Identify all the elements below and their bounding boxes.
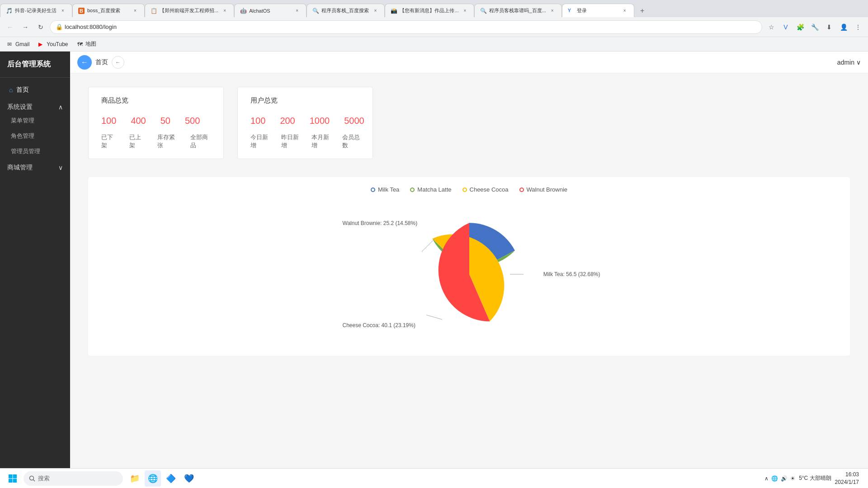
tab-favicon-douyin: 🎵 [6, 8, 12, 14]
tab-close-photo[interactable]: × [461, 7, 468, 14]
profile-icon[interactable]: 👤 [837, 21, 850, 33]
product-label-1: 已上架 [129, 133, 145, 150]
tab-favicon-cxy2: 🔍 [480, 8, 486, 14]
bookmark-star-icon[interactable]: ☆ [765, 21, 778, 33]
tab-alchat[interactable]: 🤖 AlchatOS × [234, 4, 307, 17]
users-card-title: 用户总览 [250, 96, 360, 105]
tab-cxy2[interactable]: 🔍 程序员客栈靠谱吗_百度... × [474, 4, 561, 17]
tab-close-boss[interactable]: × [132, 7, 139, 14]
home-icon: ⌂ [9, 86, 13, 94]
system-settings-label: 系统设置 [7, 103, 33, 111]
tab-photo[interactable]: 📸 【您有新消息】作品上传... × [385, 4, 474, 17]
tab-favicon-cxy1: 🔍 [312, 8, 319, 14]
main-content: ← 首页 ← admin ∨ 商品总览 100 400 50 500 [70, 52, 868, 488]
product-label-3: 全部商品 [190, 133, 211, 150]
tab-close-cxy1[interactable]: × [372, 7, 379, 14]
milk-tea-legend-label: Milk Tea [378, 186, 399, 193]
sidebar-item-role[interactable]: 角色管理 [0, 128, 70, 144]
menu-mgmt-label: 菜单管理 [11, 117, 34, 124]
start-button[interactable] [4, 469, 22, 488]
legend-matcha-latte[interactable]: Matcha Latte [410, 186, 451, 193]
viridian-icon[interactable]: V [779, 21, 792, 33]
reload-button[interactable]: ↻ [34, 21, 47, 33]
new-tab-button[interactable]: + [636, 5, 649, 17]
legend-milk-tea[interactable]: Milk Tea [371, 186, 399, 193]
extension2-icon[interactable]: 🔧 [808, 21, 821, 33]
tab-favicon-alchat: 🤖 [240, 8, 246, 14]
svg-point-7 [30, 476, 34, 480]
tab-cxy1[interactable]: 🔍 程序员客栈_百度搜索 × [307, 4, 385, 17]
page-content: 商品总览 100 400 50 500 已下架 已上架 库存紧张 全部商品 [70, 73, 868, 378]
youtube-favicon-icon: ▶ [38, 41, 45, 47]
sidebar-item-admin[interactable]: 管理员管理 [0, 144, 70, 159]
tab-close-login[interactable]: × [621, 7, 628, 14]
sidebar-item-menu[interactable]: 菜单管理 [0, 113, 70, 128]
taskbar-pinned-apps: 📁 🌐 🔷 💙 [127, 470, 197, 487]
sidebar-section-system[interactable]: 系统设置 ∧ [0, 99, 70, 113]
svg-rect-6 [13, 479, 17, 483]
user-value-0: 100 [250, 116, 265, 126]
taskbar-app-edge[interactable]: 🔷 [163, 470, 179, 487]
tab-close-zhengzhou[interactable]: × [221, 7, 228, 14]
taskbar-app-vscode[interactable]: 💙 [181, 470, 197, 487]
user-menu[interactable]: admin ∨ [837, 59, 861, 66]
tab-close-cxy2[interactable]: × [549, 7, 556, 14]
extension1-icon[interactable]: 🧩 [794, 21, 807, 33]
taskbar: 搜索 📁 🌐 🔷 💙 ∧ 🌐 🔊 ☀ 5°C 大部晴朗 16:03 2024/1… [0, 468, 868, 488]
bookmark-youtube[interactable]: ▶ YouTube [35, 40, 71, 48]
bookmark-gmail[interactable]: ✉ Gmail [4, 40, 33, 48]
svg-rect-5 [9, 479, 13, 483]
tray-chevron-icon[interactable]: ∧ [764, 475, 769, 482]
tab-favicon-boss: B [78, 8, 85, 14]
legend-walnut-brownie[interactable]: Walnut Brownie [519, 186, 568, 193]
taskbar-search-text: 搜索 [38, 474, 50, 483]
legend-cheese-cocoa[interactable]: Cheese Cocoa [462, 186, 509, 193]
tab-douyin[interactable]: 🎵 抖音-记录美好生活 × [0, 4, 72, 17]
chevron-up-icon: ∧ [58, 103, 63, 111]
network-icon: 🌐 [771, 475, 778, 482]
product-value-0: 100 [101, 116, 116, 126]
downloads-icon[interactable]: ⬇ [823, 21, 835, 33]
tab-title-photo: 【您有新消息】作品上传... [400, 7, 458, 14]
time-display: 16:03 [835, 471, 859, 479]
sidebar-section-shop[interactable]: 商城管理 ∨ [0, 159, 70, 174]
users-card: 用户总览 100 200 1000 5000 今日新增 昨日新增 本月新增 会员… [237, 87, 373, 159]
url-text: localhost:8080/login [65, 23, 117, 30]
breadcrumb: 首页 [95, 58, 108, 66]
weather-info: 5°C 大部晴朗 [799, 474, 831, 482]
taskbar-app-browser[interactable]: 🌐 [145, 470, 161, 487]
browser-tabs: 🎵 抖音-记录美好生活 × B boss_百度搜索 × 📋 【郑州前端开发工程师… [0, 0, 868, 17]
taskbar-search-box[interactable]: 搜索 [24, 471, 123, 486]
shop-mgmt-label: 商城管理 [7, 164, 33, 172]
tab-boss[interactable]: B boss_百度搜索 × [72, 4, 145, 17]
tab-favicon-zhengzhou: 📋 [151, 8, 157, 14]
milk-tea-legend-dot [371, 188, 375, 192]
admin-mgmt-label: 管理员管理 [11, 148, 40, 155]
nav-forward-button[interactable]: ← [77, 55, 92, 70]
tab-close-douyin[interactable]: × [59, 7, 66, 14]
sidebar: 后台管理系统 ⌂ 首页 系统设置 ∧ 菜单管理 角色管理 管理员管理 商城管理 … [0, 52, 70, 488]
products-numbers: 100 400 50 500 [101, 116, 211, 126]
user-label-3: 会员总数 [342, 133, 360, 150]
tab-close-alchat[interactable]: × [293, 7, 301, 14]
search-icon [29, 475, 35, 482]
products-labels: 已下架 已上架 库存紧张 全部商品 [101, 133, 211, 150]
menu-icon[interactable]: ⋮ [852, 21, 864, 33]
tab-zhengzhou[interactable]: 📋 【郑州前端开发工程师招... × [145, 4, 234, 17]
sidebar-home-label: 首页 [16, 86, 29, 94]
user-label-1: 昨日新增 [281, 133, 299, 150]
taskbar-app-explorer[interactable]: 📁 [127, 470, 143, 487]
tab-login[interactable]: Y 登录 × [562, 4, 634, 17]
cheese-cocoa-legend-label: Cheese Cocoa [470, 186, 509, 193]
tab-favicon-login: Y [568, 8, 574, 14]
matcha-legend-dot [410, 188, 415, 192]
bookmark-maps[interactable]: 🗺 地图 [74, 39, 100, 49]
address-bar[interactable]: 🔒 localhost:8080/login [50, 20, 762, 34]
tab-title-alchat: AlchatOS [249, 8, 291, 14]
user-chevron-icon: ∨ [856, 59, 861, 66]
sidebar-title: 后台管理系统 [0, 52, 70, 78]
sidebar-item-home[interactable]: ⌂ 首页 [0, 81, 70, 99]
forward-button[interactable]: → [19, 21, 32, 33]
back-nav-button[interactable]: ← [112, 56, 124, 69]
back-button[interactable]: ← [4, 21, 16, 33]
